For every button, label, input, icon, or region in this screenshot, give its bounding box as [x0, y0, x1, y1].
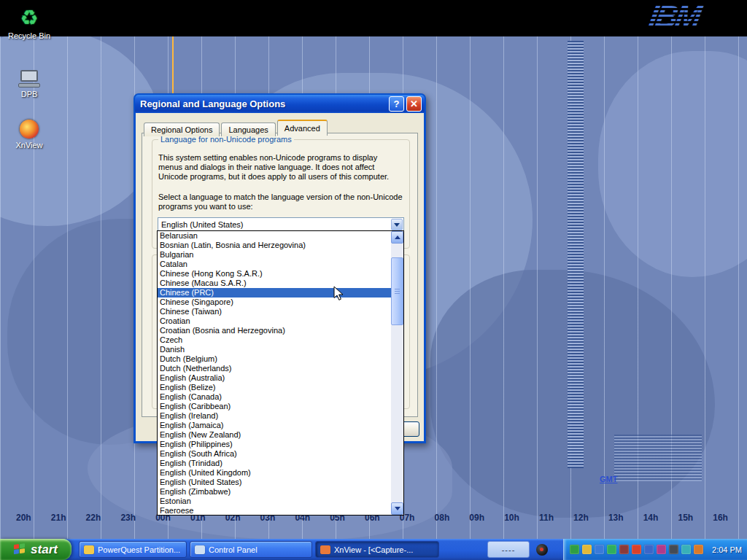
folder-icon: [84, 545, 94, 554]
tray-key-icon[interactable]: [582, 545, 592, 554]
language-option[interactable]: Belarusian: [158, 231, 391, 241]
language-option[interactable]: Danish: [158, 345, 391, 354]
language-option[interactable]: Dutch (Netherlands): [158, 364, 391, 373]
recycle-bin-icon: ♻: [20, 7, 38, 29]
taskbar-app-icon[interactable]: [536, 544, 548, 556]
timezone-hour-label: 23h: [120, 513, 136, 523]
desktop-icon-dpb[interactable]: DPB: [3, 63, 55, 98]
tray-firewall-icon[interactable]: [657, 545, 666, 554]
language-option[interactable]: English (New Zealand): [158, 430, 391, 440]
timezone-hour-label: 09h: [469, 513, 484, 523]
help-button[interactable]: ?: [389, 96, 404, 112]
gmt-label: GMT: [600, 475, 617, 483]
language-option[interactable]: Croatian: [158, 316, 391, 326]
language-option[interactable]: Catalan: [158, 260, 391, 269]
ibm-logo-stripes: [639, 1, 709, 34]
language-option[interactable]: English (Trinidad): [158, 459, 391, 468]
language-option[interactable]: English (Ireland): [158, 411, 391, 421]
language-option[interactable]: English (Jamaica): [158, 421, 391, 430]
timezone-hatched-band: [568, 41, 584, 468]
taskbar-button-label: PowerQuest Partition...: [98, 545, 180, 554]
close-button[interactable]: ✕: [406, 96, 422, 112]
language-option[interactable]: Chinese (Singapore): [158, 298, 391, 307]
language-option[interactable]: Chinese (PRC): [158, 288, 391, 298]
language-option[interactable]: Bulgarian: [158, 250, 391, 260]
language-option[interactable]: English (Philippines): [158, 440, 391, 449]
timezone-hour-label: 08h: [435, 513, 450, 523]
ibm-logo: IBM: [646, 0, 702, 36]
language-combobox[interactable]: English (United States): [158, 217, 404, 232]
tray-icons: [570, 545, 703, 554]
language-option[interactable]: English (Canada): [158, 392, 391, 402]
language-option[interactable]: English (South Africa): [158, 449, 391, 459]
tray-grid-icon[interactable]: [619, 545, 629, 554]
taskbar-button[interactable]: PowerQuest Partition...: [79, 541, 187, 558]
language-option[interactable]: Estonian: [158, 497, 391, 506]
control-panel-icon: [195, 545, 205, 554]
combobox-dropdown-button[interactable]: [391, 219, 403, 230]
select-language-instruction: Select a language to match the language …: [158, 192, 403, 211]
scrollbar-thumb[interactable]: [391, 257, 403, 325]
tray-power-icon[interactable]: [694, 545, 703, 554]
tab[interactable]: Languages: [221, 122, 275, 136]
mouse-cursor: [333, 286, 344, 305]
chevron-down-icon: [395, 507, 400, 513]
scroll-down-button[interactable]: [391, 502, 403, 515]
taskbar-toolbar-collapsed[interactable]: ----: [487, 541, 530, 558]
language-option[interactable]: Chinese (Hong Kong S.A.R.): [158, 269, 391, 279]
chevron-down-icon: [394, 223, 400, 230]
language-option[interactable]: English (United Kingdom): [158, 468, 391, 478]
wallpaper-top-strip: [0, 0, 747, 36]
language-option[interactable]: English (Belize): [158, 383, 391, 392]
timezone-hour-label: 15h: [678, 513, 693, 523]
laptop-icon: [18, 70, 40, 88]
taskbar-clock[interactable]: 2:04 PM: [712, 545, 742, 554]
scroll-up-button[interactable]: [391, 231, 403, 244]
timezone-hour-label: 20h: [16, 513, 31, 523]
tray-shield-icon[interactable]: [570, 545, 579, 554]
desktop-icon-label: DPB: [3, 90, 55, 98]
xnview-icon: [20, 120, 39, 139]
tray-scheduler-icon[interactable]: [644, 545, 654, 554]
timezone-marker-line: [172, 36, 174, 93]
taskbar: start PowerQuest Partition... Control Pa…: [0, 539, 747, 560]
tray-messenger-icon[interactable]: [681, 545, 691, 554]
language-option[interactable]: Chinese (Macau S.A.R.): [158, 279, 391, 288]
timezone-hour-label: 21h: [51, 513, 66, 523]
timezone-hour-label: 13h: [608, 513, 624, 523]
language-option[interactable]: Faeroese: [158, 506, 391, 516]
language-option[interactable]: Bosnian (Latin, Bosnia and Herzegovina): [158, 241, 391, 250]
desktop: GMT 20h21h22h23h00h01h02h03h04h05h06h07h…: [0, 0, 747, 560]
tray-antivirus-icon[interactable]: [632, 545, 641, 554]
taskbar-button-label: XnView - [<Capture-...: [334, 545, 413, 554]
timezone-hour-label: 10h: [504, 513, 519, 523]
desktop-icon-xnview[interactable]: XnView: [3, 114, 55, 149]
taskbar-button-label: Control Panel: [209, 545, 258, 554]
desktop-icon-label: XnView: [3, 141, 55, 149]
xnview-task-icon: [320, 545, 330, 554]
system-tray: 2:04 PM: [563, 539, 747, 560]
timezone-hatched-region: [614, 435, 702, 481]
tray-volume-icon[interactable]: [669, 545, 678, 554]
language-option[interactable]: English (Zimbabwe): [158, 487, 391, 497]
tray-network-icon[interactable]: [595, 545, 604, 554]
tray-update-icon[interactable]: [607, 545, 616, 554]
dialog-titlebar[interactable]: Regional and Language Options ? ✕: [135, 95, 425, 113]
desktop-icon-label: Recycle Bin: [3, 31, 55, 40]
desktop-icon-recycle-bin[interactable]: ♻ Recycle Bin: [3, 4, 55, 40]
language-option[interactable]: English (Australia): [158, 373, 391, 383]
dialog-tabs: Regional OptionsLanguagesAdvanced: [144, 119, 329, 135]
language-option[interactable]: Czech: [158, 335, 391, 345]
timezone-hour-label: 12h: [573, 513, 589, 523]
taskbar-button[interactable]: XnView - [<Capture-...: [315, 541, 439, 558]
language-option[interactable]: English (Caribbean): [158, 402, 391, 411]
language-option[interactable]: Chinese (Taiwan): [158, 307, 391, 316]
tab[interactable]: Regional Options: [144, 122, 220, 136]
language-option[interactable]: Croatian (Bosnia and Herzegovina): [158, 326, 391, 335]
language-option[interactable]: Dutch (Belgium): [158, 354, 391, 364]
language-option[interactable]: English (United States): [158, 478, 391, 487]
taskbar-button[interactable]: Control Panel: [190, 541, 312, 558]
tab[interactable]: Advanced: [277, 120, 328, 136]
timezone-hour-label: 11h: [539, 513, 554, 523]
dropdown-scrollbar[interactable]: [391, 231, 403, 515]
